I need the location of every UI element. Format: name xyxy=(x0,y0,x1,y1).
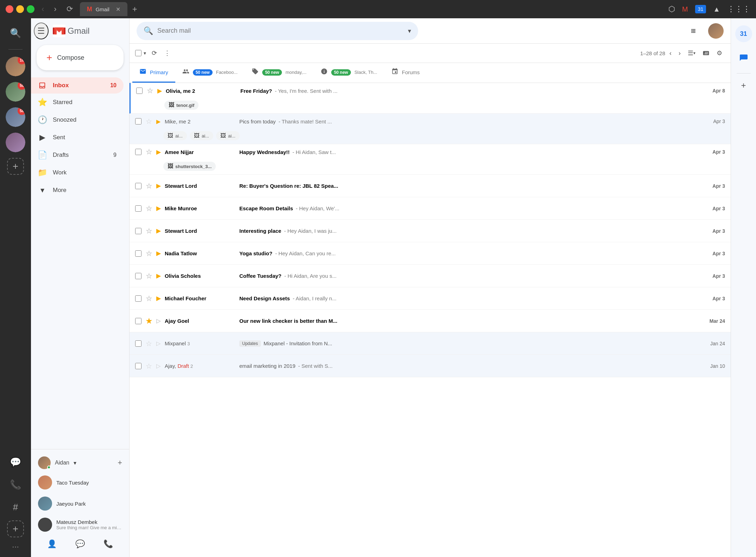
email-checkbox-1[interactable] xyxy=(136,88,143,94)
nav-work[interactable]: 📁 Work xyxy=(31,164,124,181)
main-area: 🔍 10 50 58 + 💬 📞 # + ··· ☰ xyxy=(0,18,756,557)
email-star-10[interactable]: ★ xyxy=(146,317,152,325)
dock-slack-icon[interactable]: # xyxy=(6,498,25,516)
dock-whatsapp-icon[interactable]: 📞 xyxy=(6,475,25,494)
email-checkbox-6[interactable] xyxy=(135,228,141,234)
dock-more-icon[interactable]: ··· xyxy=(12,542,19,551)
minimize-button[interactable] xyxy=(16,5,24,13)
compose-button[interactable]: + Compose xyxy=(37,45,124,70)
dock-avatar-2[interactable]: 50 xyxy=(6,82,25,102)
select-all-checkbox[interactable] xyxy=(135,50,141,56)
dock-avatar-4[interactable] xyxy=(6,133,25,152)
keyboard-button[interactable] xyxy=(700,47,712,59)
email-row-4[interactable]: ☆ ▶ Stewart Lord Re: Buyer's Question re… xyxy=(130,175,731,197)
refresh-button[interactable]: ⟳ xyxy=(149,46,160,60)
nav-inbox[interactable]: Inbox 10 xyxy=(31,77,124,94)
email-row-2[interactable]: ☆ ▶ Mike, me 2 Pics from today - Thanks … xyxy=(130,114,731,144)
chat-item-1[interactable]: Taco Tuesday xyxy=(31,472,129,493)
dock-avatar-3[interactable]: 58 xyxy=(6,107,25,127)
nav-sent[interactable]: ▶ Sent xyxy=(31,129,124,146)
prev-page-button[interactable]: ‹ xyxy=(667,47,674,60)
next-page-button[interactable]: › xyxy=(676,47,683,60)
phone-icon[interactable]: 📞 xyxy=(103,539,113,549)
nav-starred[interactable]: ⭐ Starred xyxy=(31,94,124,111)
email-checkbox-7[interactable] xyxy=(135,250,141,257)
email-row-12[interactable]: ☆ ▷ Ajay, Draft 2 email marketing in 201… xyxy=(130,355,731,377)
email-star-12[interactable]: ☆ xyxy=(146,362,152,370)
email-star-3[interactable]: ☆ xyxy=(146,148,152,156)
email-star-6[interactable]: ☆ xyxy=(146,227,152,235)
select-dropdown-button[interactable]: ▾ xyxy=(142,49,147,57)
email-subject-5: Escape Room Details xyxy=(239,205,293,211)
maximize-button[interactable] xyxy=(27,5,34,13)
tab-forums[interactable]: Forums xyxy=(384,63,427,83)
new-tab-button[interactable]: + xyxy=(129,3,141,15)
apps-icon[interactable]: ⋮⋮⋮ xyxy=(727,5,750,14)
tab-primary[interactable]: Primary xyxy=(132,63,175,83)
email-row-10[interactable]: ★ ▷ Ajay Goel Our new link checker is be… xyxy=(130,310,731,332)
email-checkbox-4[interactable] xyxy=(135,183,141,189)
email-star-1[interactable]: ☆ xyxy=(147,87,153,95)
search-dropdown-icon[interactable]: ▾ xyxy=(408,27,411,35)
email-row-6[interactable]: ☆ ▶ Stewart Lord Interesting place - Hey… xyxy=(130,220,731,242)
email-row-1[interactable]: ☆ ▶ Olivia, me 2 Free Friday? - Yes, I'm… xyxy=(130,83,731,114)
back-button[interactable]: ‹ xyxy=(39,3,47,15)
browser-tab[interactable]: M Gmail ✕ xyxy=(80,2,127,16)
email-star-2[interactable]: ☆ xyxy=(146,117,152,126)
drive-icon[interactable]: ▲ xyxy=(713,5,720,13)
email-row-3[interactable]: ☆ ▶ Amee Nijjar Happy Wednesday!! - Hi A… xyxy=(130,144,731,175)
chat-item-3[interactable]: Mateusz Dembek Sure thing man! Give me a… xyxy=(31,514,129,535)
email-star-4[interactable]: ☆ xyxy=(146,182,152,190)
chat-icon[interactable]: 💬 xyxy=(75,539,85,549)
email-checkbox-12[interactable] xyxy=(135,363,141,369)
email-star-11[interactable]: ☆ xyxy=(146,339,152,348)
more-options-button[interactable]: ⋮ xyxy=(161,46,173,60)
dock-avatar-1[interactable]: 10 xyxy=(6,57,25,76)
nav-drafts[interactable]: 📄 Drafts 9 xyxy=(31,146,124,164)
right-calendar-icon[interactable]: 31 xyxy=(735,25,752,42)
tab-updates[interactable]: 50 new Slack, Th... xyxy=(314,63,384,83)
layers-icon[interactable]: ⬡ xyxy=(668,5,675,14)
email-checkbox-5[interactable] xyxy=(135,205,141,212)
tab-social[interactable]: 50 new Faceboo... xyxy=(175,63,245,83)
chat-item-2[interactable]: Jaeyou Park xyxy=(31,493,129,514)
gmail-icon[interactable]: M xyxy=(682,5,688,13)
nav-snoozed[interactable]: 🕐 Snoozed xyxy=(31,111,124,129)
email-star-5[interactable]: ☆ xyxy=(146,204,152,213)
user-avatar[interactable] xyxy=(708,23,724,39)
email-checkbox-8[interactable] xyxy=(135,273,141,279)
email-star-9[interactable]: ☆ xyxy=(146,294,152,303)
right-tasks-icon[interactable] xyxy=(735,49,752,66)
dock-add-button[interactable]: + xyxy=(7,158,24,175)
dock-messenger-icon[interactable]: 💬 xyxy=(6,453,25,471)
calendar-icon[interactable]: 31 xyxy=(695,5,706,13)
people-icon[interactable]: 👤 xyxy=(47,539,57,549)
hamburger-button[interactable]: ☰ xyxy=(34,23,49,39)
email-row-8[interactable]: ☆ ▶ Olivia Scholes Coffee Tuesday? - Hi … xyxy=(130,265,731,287)
settings-button[interactable]: ⚙ xyxy=(714,46,725,60)
email-row-9[interactable]: ☆ ▶ Michael Foucher Need Design Assets -… xyxy=(130,287,731,310)
email-checkbox-2[interactable] xyxy=(135,118,141,124)
dock-add-app-button[interactable]: + xyxy=(7,520,24,537)
email-row-11[interactable]: ☆ ▷ Mixpanel 3 Updates Mixpanel - Invita… xyxy=(130,332,731,355)
email-checkbox-3[interactable] xyxy=(135,149,141,155)
email-checkbox-10[interactable] xyxy=(135,318,141,324)
dock-search-icon[interactable]: 🔍 xyxy=(6,24,25,42)
email-checkbox-11[interactable] xyxy=(135,340,141,347)
email-checkbox-9[interactable] xyxy=(135,295,141,302)
close-button[interactable] xyxy=(6,5,13,13)
email-row-7[interactable]: ☆ ▶ Nadia Tatlow Yoga studio? - Hey Aida… xyxy=(130,242,731,265)
nav-more[interactable]: ▾ More xyxy=(31,181,124,199)
chat-user[interactable]: Aidan ▾ xyxy=(38,456,76,469)
search-box[interactable]: 🔍 Search mail ▾ xyxy=(137,22,418,40)
apps-grid-icon[interactable] xyxy=(686,23,701,39)
right-add-button[interactable]: + xyxy=(741,81,746,90)
email-star-8[interactable]: ☆ xyxy=(146,272,152,280)
layout-button[interactable]: ☰ ▾ xyxy=(685,46,698,60)
reload-button[interactable]: ⟳ xyxy=(64,3,76,15)
tab-promotions[interactable]: 50 new monday,... xyxy=(245,63,314,83)
chat-add-button[interactable]: + xyxy=(118,458,122,467)
email-star-7[interactable]: ☆ xyxy=(146,249,152,258)
forward-button[interactable]: › xyxy=(51,3,59,15)
email-row-5[interactable]: ☆ ▶ Mike Munroe Escape Room Details - He… xyxy=(130,197,731,220)
